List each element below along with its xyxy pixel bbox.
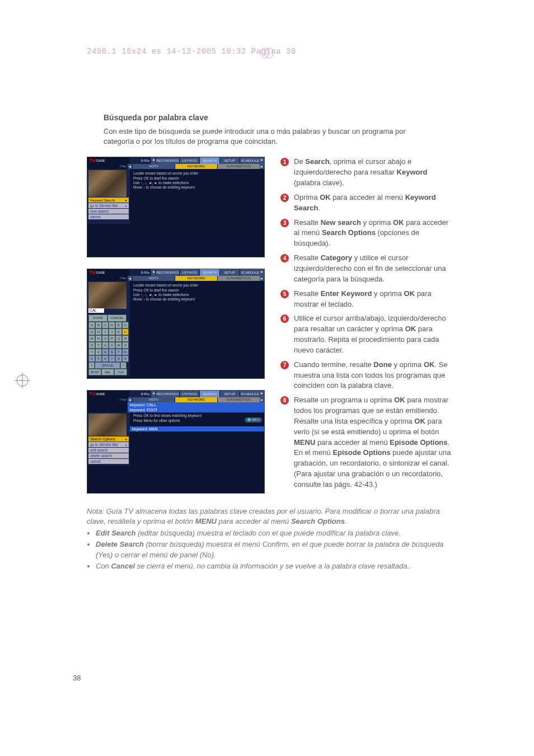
footnote-item: Delete Search (borrar búsqueda) muestra … bbox=[96, 539, 456, 560]
onscreen-keyboard: DONECANCEL ABCDEF GHIJKL MNOPQR STUVWX Y… bbox=[88, 314, 129, 375]
kb-clr[interactable]: CLR bbox=[114, 369, 127, 375]
screenshot-keyword-search: TVGUIDE 8:00p ◄ RECORDINGS LISTINGS SEAR… bbox=[87, 157, 265, 257]
tab-schedule[interactable]: SCHEDULE bbox=[240, 157, 260, 164]
crop-mark-icon bbox=[15, 373, 30, 388]
keyword-result[interactable]: keyword: CALL bbox=[128, 402, 264, 407]
step-text: Oprima OK para acceder al menú Keyword S… bbox=[294, 192, 456, 214]
instruction-step: 6Utilice el cursor arriba/abajo, izquier… bbox=[280, 313, 456, 355]
step-text: Resalte Enter Keyword y oprima OK para m… bbox=[294, 289, 456, 310]
subtab-alphabetical[interactable]: ALPHABETICAL bbox=[217, 397, 260, 402]
tab-schedule[interactable]: SCHEDULE bbox=[240, 269, 260, 276]
arrow-right-icon[interactable]: ► bbox=[260, 157, 264, 164]
menu-search-options[interactable]: Search Options▸ bbox=[88, 436, 129, 442]
tab-listings[interactable]: LISTINGS bbox=[179, 157, 199, 164]
step-text: Utilice el cursor arriba/abajo, izquierd… bbox=[294, 313, 456, 355]
instruction-step: 8Resalte un programa u oprima OK para mo… bbox=[280, 395, 456, 490]
subtab-hdtv[interactable]: HDTV bbox=[132, 397, 175, 402]
tab-setup[interactable]: SETUP bbox=[219, 269, 240, 276]
subtab-hdtv[interactable]: HDTV bbox=[132, 276, 175, 281]
tab-recordings[interactable]: RECORDINGS bbox=[156, 391, 179, 397]
step-text: De Search, oprima el cursor abajo e izqu… bbox=[294, 157, 456, 189]
footnote-item: Edit Search (editar búsqueda) muestra el… bbox=[96, 528, 456, 538]
clock: 8:00p bbox=[129, 269, 151, 276]
step-number-badge: 6 bbox=[280, 314, 289, 323]
info-badge[interactable]: INFO bbox=[245, 417, 262, 422]
tvguide-logo: TVGUIDE bbox=[87, 157, 129, 164]
tab-listings[interactable]: LISTINGS bbox=[179, 391, 199, 397]
step-text: Resalte Category y utilice el cursor izq… bbox=[294, 253, 456, 285]
subtab-arrow-left-icon[interactable]: ◄ bbox=[128, 164, 132, 169]
tab-setup[interactable]: SETUP bbox=[219, 157, 240, 164]
instruction-step: 1De Search, oprima el cursor abajo e izq… bbox=[280, 157, 456, 189]
subtab-arrow-right-icon[interactable]: ► bbox=[260, 164, 264, 169]
subtab-keyword[interactable]: KEYWORD bbox=[175, 164, 217, 169]
tab-schedule[interactable]: SCHEDULE bbox=[240, 391, 260, 397]
subtab-hdtv[interactable]: HDTV bbox=[132, 164, 175, 169]
menu-cancel[interactable]: cancel bbox=[88, 214, 129, 219]
keyword-result[interactable]: keyword: FOOT bbox=[128, 407, 264, 412]
menu-go-service-bar[interactable]: go to Service Bar▸ bbox=[88, 442, 129, 447]
step-text: Cuando termine, resalte Done y oprima OK… bbox=[294, 360, 456, 392]
screenshot-search-options: TVGUIDE 8:00p ◄ RECORDINGS LISTINGS SEAR… bbox=[87, 390, 265, 494]
clock: 8:00p bbox=[129, 157, 151, 164]
instruction-step: 5Resalte Enter Keyword y oprima OK para … bbox=[280, 289, 456, 310]
keyword-highlighted[interactable]: keyword: MAN bbox=[130, 426, 264, 431]
kb-bksp[interactable]: BKSP bbox=[88, 369, 101, 375]
tab-search[interactable]: SEARCH bbox=[199, 157, 219, 164]
kb-cancel[interactable]: CANCEL bbox=[107, 314, 127, 322]
help-text: Locate shows based on words you enter Pr… bbox=[133, 283, 261, 302]
video-thumbnail bbox=[88, 282, 127, 309]
keyword-input[interactable]: CAL bbox=[88, 308, 104, 313]
kb-done[interactable]: DONE bbox=[88, 314, 107, 322]
clock: 8:00p bbox=[129, 391, 151, 397]
help-text: Locate shows based on words you enter Pr… bbox=[133, 171, 261, 190]
kb-del[interactable]: DEL bbox=[101, 369, 114, 375]
tab-listings[interactable]: LISTINGS bbox=[179, 269, 199, 276]
step-text: Resalte New search y oprima OK para acce… bbox=[294, 218, 456, 250]
video-thumbnail bbox=[88, 414, 127, 436]
subtab-keyword[interactable]: KEYWORD bbox=[175, 397, 217, 402]
instruction-step: 4Resalte Category y utilice el cursor iz… bbox=[280, 253, 456, 285]
page-number: 38 bbox=[73, 674, 81, 682]
instructions-column: 1De Search, oprima el cursor abajo e izq… bbox=[280, 157, 456, 494]
menu-keyword-search[interactable]: Keyword Search▸ bbox=[88, 198, 129, 203]
step-number-badge: 8 bbox=[280, 396, 289, 405]
video-thumbnail bbox=[88, 170, 127, 197]
svg-point-7 bbox=[265, 48, 273, 58]
menu-new-search[interactable]: new search bbox=[88, 209, 129, 214]
tab-recordings[interactable]: RECORDINGS bbox=[156, 269, 179, 276]
step-number-badge: 2 bbox=[280, 194, 289, 202]
tvguide-logo: TVGUIDE bbox=[87, 391, 129, 397]
step-number-badge: 1 bbox=[280, 158, 289, 166]
menu-go-service-bar[interactable]: go to Service Bar▸ bbox=[88, 203, 129, 208]
tab-search[interactable]: SEARCH bbox=[199, 391, 219, 397]
kb-space[interactable]: SPACE bbox=[95, 362, 120, 369]
menu-cancel[interactable]: cancel bbox=[88, 459, 129, 464]
subtab-keyword[interactable]: KEYWORD bbox=[175, 276, 217, 281]
intro-text: Con este tipo de búsqueda se puede intro… bbox=[104, 126, 428, 147]
step-number-badge: 4 bbox=[280, 254, 289, 262]
menu-delete-search[interactable]: delete search bbox=[88, 453, 129, 458]
screenshots-column: TVGUIDE 8:00p ◄ RECORDINGS LISTINGS SEAR… bbox=[87, 157, 265, 494]
step-number-badge: 3 bbox=[280, 219, 289, 227]
footnote-item: Con Cancel se cierra el menú, no cambia … bbox=[96, 561, 456, 571]
step-number-badge: 5 bbox=[280, 290, 289, 298]
step-text: Resalte un programa u oprima OK para mos… bbox=[294, 395, 456, 490]
tab-setup[interactable]: SETUP bbox=[219, 391, 240, 397]
step-number-badge: 7 bbox=[280, 361, 289, 369]
instruction-step: 2Oprima OK para acceder al menú Keyword … bbox=[280, 192, 456, 214]
collation-mark-icon bbox=[260, 47, 274, 62]
screenshot-keyboard: TVGUIDE 8:00p ◄ RECORDINGS LISTINGS SEAR… bbox=[87, 269, 265, 379]
footnote: Nota: Guía TV almacena todas las palabra… bbox=[87, 506, 456, 571]
instruction-step: 3Resalte New search y oprima OK para acc… bbox=[280, 218, 456, 250]
subtab-alphabetical[interactable]: ALPHABETICAL bbox=[217, 276, 260, 281]
section-title: Búsqueda por palabra clave bbox=[104, 113, 456, 122]
instruction-step: 7Cuando termine, resalte Done y oprima O… bbox=[280, 360, 456, 392]
subtab-alphabetical[interactable]: ALPHABETICAL bbox=[217, 164, 260, 169]
tab-search[interactable]: SEARCH bbox=[199, 269, 219, 276]
arrow-left-icon[interactable]: ◄ bbox=[151, 157, 156, 164]
menu-edit-search[interactable]: edit search bbox=[88, 448, 129, 453]
tab-recordings[interactable]: RECORDINGS bbox=[156, 157, 179, 164]
svg-point-6 bbox=[261, 48, 269, 58]
tvguide-logo: TVGUIDE bbox=[87, 269, 129, 276]
